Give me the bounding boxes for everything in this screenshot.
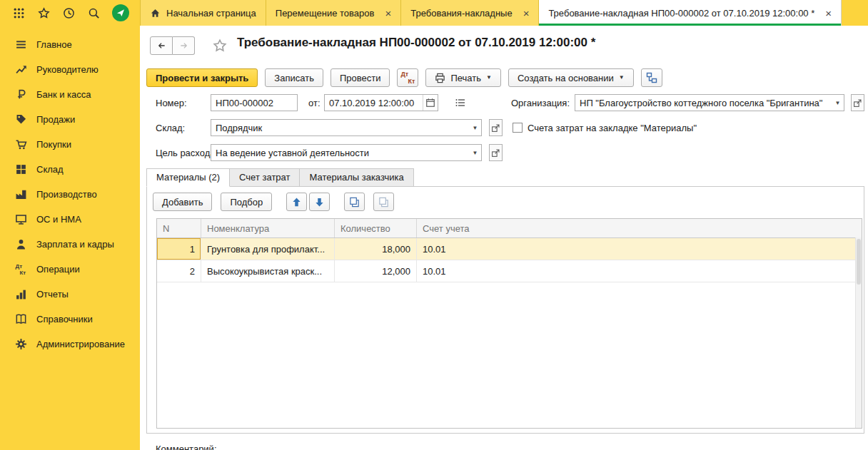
forward-button[interactable]: [173, 36, 195, 55]
chevron-down-icon[interactable]: ▼: [832, 95, 844, 111]
close-tab-icon[interactable]: ×: [825, 8, 832, 19]
scrollbar-thumb[interactable]: [857, 239, 861, 285]
sidebar-item-payroll-hr[interactable]: Зарплата и кадры: [0, 232, 140, 257]
sidebar-item-main[interactable]: Главное: [0, 32, 140, 57]
boxes-icon: [14, 163, 27, 176]
register-records-icon[interactable]: [454, 96, 467, 109]
sidebar-item-manager[interactable]: Руководителю: [0, 57, 140, 82]
post-button[interactable]: Провести: [330, 68, 390, 87]
back-button[interactable]: [150, 36, 173, 55]
sidebar-item-directories[interactable]: Справочники: [0, 307, 140, 332]
number-label: Номер:: [156, 98, 187, 108]
favorites-star-icon[interactable]: [37, 6, 50, 19]
sidebar-item-production[interactable]: Производство: [0, 182, 140, 207]
move-row-up-button[interactable]: [286, 193, 307, 211]
cell-n[interactable]: 1: [157, 238, 201, 260]
close-tab-icon[interactable]: ×: [385, 8, 391, 19]
add-to-favorites-star-icon[interactable]: [213, 39, 227, 53]
cost-accounts-checkbox-label[interactable]: Счета затрат на закладке "Материалы": [528, 123, 697, 133]
cell-nomenclature[interactable]: Высокоукрывистая краск...: [201, 260, 335, 282]
tab-cost-account[interactable]: Счет затрат: [230, 168, 300, 187]
purpose-open-button[interactable]: [489, 144, 503, 161]
chevron-down-icon: ▼: [619, 75, 625, 81]
tab-label: Требование-накладная НП00-000002 от 07.1…: [548, 8, 814, 19]
subordination-structure-button[interactable]: [641, 68, 662, 87]
sidebar-item-warehouse[interactable]: Склад: [0, 157, 140, 182]
app-window: Начальная страница Перемещение товаров ×…: [0, 0, 868, 450]
document-form: Требование-накладная НП00-000002 от 07.1…: [140, 26, 868, 450]
paste-row-button[interactable]: [373, 193, 394, 211]
purpose-input[interactable]: На ведение уставной деятельности ▼: [211, 144, 482, 161]
tab-materials[interactable]: Материалы (2): [146, 168, 230, 187]
date-input[interactable]: 07.10.2019 12:00:00: [324, 94, 438, 111]
dt-kt-icon: ДтКт: [14, 263, 27, 276]
materials-tab-panel: Добавить Подбор: [146, 186, 864, 434]
sidebar-item-administration[interactable]: Администрирование: [0, 332, 140, 357]
history-clock-icon[interactable]: [62, 6, 75, 19]
table-toolbar: Добавить Подбор: [153, 193, 394, 211]
factory-icon: [14, 188, 27, 201]
calendar-icon[interactable]: [423, 95, 438, 111]
sidebar-item-operations[interactable]: ДтКт Операции: [0, 257, 140, 282]
save-button[interactable]: Записать: [265, 68, 323, 87]
apps-grid-icon[interactable]: [12, 6, 25, 19]
tab-requisition-document[interactable]: Требование-накладная НП00-000002 от 07.1…: [539, 0, 842, 26]
bar-chart-icon: [14, 288, 27, 301]
table-row[interactable]: 1 Грунтовка для профилакт... 18,000 10.0…: [157, 238, 862, 260]
tab-home[interactable]: Начальная страница: [140, 0, 266, 26]
sidebar-item-sales[interactable]: Продажи: [0, 107, 140, 132]
cell-account[interactable]: 10.01: [417, 238, 862, 260]
gear-icon: [14, 338, 27, 351]
materials-table: N Номенклатура Количество Счет учета 1 Г…: [156, 218, 862, 429]
sidebar: Главное Руководителю Банк и касса Продаж…: [0, 26, 140, 450]
close-tab-icon[interactable]: ×: [523, 8, 530, 19]
cart-icon: [14, 138, 27, 151]
number-input[interactable]: [211, 94, 298, 111]
warehouse-open-button[interactable]: [489, 119, 503, 136]
search-icon[interactable]: [87, 6, 100, 19]
add-row-button[interactable]: Добавить: [153, 193, 212, 211]
sidebar-item-purchases[interactable]: Покупки: [0, 132, 140, 157]
cell-nomenclature[interactable]: Грунтовка для профилакт...: [201, 238, 335, 260]
table-header: N Номенклатура Количество Счет учета: [157, 219, 862, 238]
organization-open-button[interactable]: [851, 94, 864, 111]
cell-quantity[interactable]: 12,000: [335, 260, 417, 282]
column-header-nomenclature: Номенклатура: [201, 219, 335, 237]
chevron-down-icon[interactable]: ▼: [469, 145, 481, 160]
tab-customer-materials[interactable]: Материалы заказчика: [300, 168, 413, 187]
date-label-wrap: от:: [308, 94, 321, 111]
table-row[interactable]: 2 Высокоукрывистая краск... 12,000 10.01: [157, 260, 862, 282]
move-row-down-button[interactable]: [309, 193, 330, 211]
tab-goods-movement[interactable]: Перемещение товаров ×: [266, 0, 401, 26]
show-postings-dtkt-button[interactable]: Дт Кт: [397, 68, 418, 87]
document-toolbar: Провести и закрыть Записать Провести Дт …: [146, 68, 662, 87]
organization-label-wrap: Организация:: [511, 94, 570, 111]
person-icon: [14, 238, 27, 251]
menu-icon: [14, 39, 27, 51]
sidebar-item-fixed-assets[interactable]: ОС и НМА: [0, 207, 140, 232]
pick-items-button[interactable]: Подбор: [221, 193, 272, 211]
cell-quantity[interactable]: 18,000: [335, 238, 417, 260]
warehouse-input[interactable]: Подрядчик ▼: [211, 119, 482, 136]
organization-input[interactable]: НП "Благоустройство коттеджного поселка …: [575, 94, 844, 111]
column-header-quantity: Количество: [335, 219, 417, 237]
chevron-down-icon[interactable]: ▼: [469, 120, 481, 135]
cost-accounts-checkbox[interactable]: [513, 123, 523, 133]
book-icon: [14, 313, 27, 326]
messenger-icon[interactable]: [112, 4, 129, 21]
topbar: Начальная страница Перемещение товаров ×…: [0, 0, 868, 26]
copy-row-button[interactable]: [344, 193, 365, 211]
cell-account[interactable]: 10.01: [417, 260, 862, 282]
post-and-close-button[interactable]: Провести и закрыть: [146, 68, 258, 87]
sidebar-item-reports[interactable]: Отчеты: [0, 282, 140, 307]
tab-requisitions-list[interactable]: Требования-накладные ×: [401, 0, 539, 26]
document-subtabs: Материалы (2) Счет затрат Материалы зака…: [146, 168, 414, 187]
page-title: Требование-накладная НП00-000002 от 07.1…: [237, 36, 595, 50]
printer-icon: [435, 73, 445, 83]
print-button[interactable]: Печать ▼: [425, 68, 501, 87]
cost-accounts-checkbox-row: Счета затрат на закладке "Материалы": [513, 119, 697, 136]
cell-n[interactable]: 2: [157, 260, 201, 282]
table-vertical-scrollbar[interactable]: [855, 237, 862, 428]
create-based-on-button[interactable]: Создать на основании ▼: [508, 68, 634, 87]
sidebar-item-bank-cash[interactable]: Банк и касса: [0, 82, 140, 107]
